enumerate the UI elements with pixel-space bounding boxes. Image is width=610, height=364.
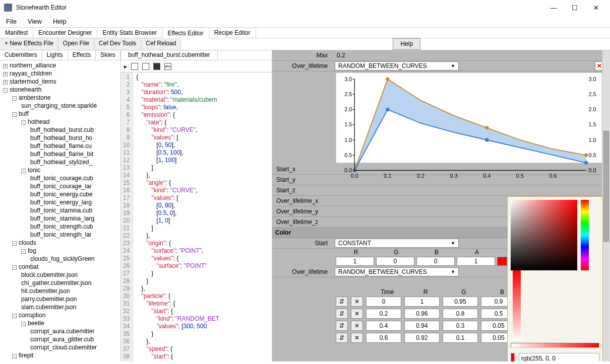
tree-item[interactable]: chi_gather.cubemitter.json <box>0 279 120 287</box>
menu-help[interactable]: Help <box>53 18 67 25</box>
start-x-label[interactable]: Start_x <box>272 166 295 173</box>
main-tab[interactable]: Effects Editor <box>162 28 209 38</box>
menu-view[interactable]: View <box>28 18 42 25</box>
color-bar[interactable] <box>511 343 599 348</box>
code-editor[interactable]: { "name": "fire", "duration": 500, "mate… <box>133 72 272 361</box>
minimize-button[interactable]: — <box>543 2 564 14</box>
move-icon[interactable]: ⇵ <box>336 321 348 331</box>
scrollbar-thumb[interactable] <box>603 131 609 242</box>
delete-icon[interactable]: ✕ <box>351 333 363 343</box>
tree-item[interactable]: buff_hothead_burst.cub <box>0 126 120 134</box>
over-lifetime2-label: Over_lifetime <box>272 268 333 275</box>
tree-item[interactable]: buff_tonic_stamina.cub <box>0 206 120 214</box>
tree-item[interactable]: -tonic <box>0 166 120 174</box>
move-icon[interactable]: ⇵ <box>336 333 348 343</box>
tree-item[interactable]: clouds_fog_sicklyGreen <box>0 255 120 263</box>
svg-point-34 <box>485 138 489 141</box>
color-picker[interactable]: cancel CHOOSE <box>507 196 603 361</box>
svg-text:1.5: 1.5 <box>344 121 352 127</box>
tree-item[interactable]: parry.cubemitter.json <box>0 295 120 303</box>
open-icon[interactable] <box>142 63 149 70</box>
sub-tab[interactable]: Lights <box>42 50 68 60</box>
tree-item[interactable]: buff_tonic_strength_lar <box>0 231 120 239</box>
maximize-button[interactable]: ☐ <box>565 2 585 14</box>
tree-item[interactable]: corrupt_aura_glitter.cub <box>0 335 120 343</box>
g-input[interactable] <box>376 257 414 266</box>
properties-panel[interactable]: Max0.2 Over_lifetime RANDOM_BETWEEN_CURV… <box>272 50 610 361</box>
file-tree[interactable]: +northern_alliance+rayyas_children+start… <box>0 60 120 361</box>
open-file-button[interactable]: Open File <box>58 38 94 50</box>
tree-item[interactable]: buff_tonic_courage.cub <box>0 174 120 182</box>
start-z-label[interactable]: Start_z <box>272 187 295 194</box>
curve-chart[interactable]: 0.00.00.50.51.01.01.51.52.02.02.52.53.03… <box>336 72 605 163</box>
tree-item[interactable]: corrupt_cloud.cubemitter <box>0 343 120 351</box>
collapse-icon[interactable]: ▸ <box>124 63 127 70</box>
ol-z-label[interactable]: Over_lifetime_z <box>272 219 318 226</box>
tree-item[interactable]: +northern_alliance <box>0 61 120 69</box>
tree-item[interactable]: buff_tonic_energy.cube <box>0 190 120 198</box>
cef-reload-button[interactable]: Cef Reload <box>141 38 181 50</box>
delete-icon[interactable]: ✕ <box>351 297 363 307</box>
tree-item[interactable]: buff_hothead_flame_bit <box>0 150 120 158</box>
tree-item[interactable]: buff_tonic_courage_lar <box>0 182 120 190</box>
tree-item[interactable]: hit.cubemitter.json <box>0 287 120 295</box>
tree-item[interactable]: -stonehearth <box>0 86 120 94</box>
tree-item[interactable]: slam.cubemitter.json <box>0 303 120 311</box>
tree-item[interactable]: -hothead <box>0 118 120 126</box>
menu-file[interactable]: File <box>6 18 17 25</box>
move-icon[interactable]: ⇵ <box>336 309 348 319</box>
hue-slider[interactable] <box>581 200 589 270</box>
alpha-slider[interactable] <box>513 270 521 341</box>
close-button[interactable]: ✕ <box>586 2 606 14</box>
tree-item[interactable]: buff_tonic_stamina_larg <box>0 214 120 223</box>
tree-item[interactable]: -fog <box>0 247 120 255</box>
sub-tab[interactable]: Skies <box>96 50 120 60</box>
tree-item[interactable]: -firepit <box>0 351 120 359</box>
ol-y-label[interactable]: Over_lifetime_y <box>272 208 318 215</box>
main-tab[interactable]: Entity Stats Browser <box>97 28 162 38</box>
b-input[interactable] <box>416 257 455 266</box>
tree-item[interactable]: buff_tonic_strength.cub <box>0 223 120 231</box>
right-scrollbar[interactable] <box>602 50 610 361</box>
sub-tab[interactable]: Cubemitters <box>0 50 42 60</box>
tree-item[interactable]: block.cubemitter.json <box>0 271 120 279</box>
tree-item[interactable]: +rayyas_children <box>0 69 120 78</box>
ol-x-label[interactable]: Over_lifetime_x <box>272 197 318 204</box>
main-tab[interactable]: Recipe Editor <box>209 28 256 38</box>
tree-item[interactable]: sun_charging_stone.sparkle <box>0 102 120 110</box>
tree-item[interactable]: -beetle <box>0 319 120 327</box>
color-gradient[interactable] <box>511 200 577 270</box>
tree-item[interactable]: +startermod_items <box>0 78 120 86</box>
new-effects-button[interactable]: + New Effects File <box>0 38 58 50</box>
over-lifetime-dropdown[interactable]: RANDOM_BETWEEN_CURVES▼ <box>335 61 459 70</box>
main-tab[interactable]: Manifest <box>0 28 33 38</box>
start-dropdown[interactable]: CONSTANT▼ <box>335 239 459 248</box>
save-icon[interactable] <box>153 63 160 70</box>
over-lifetime2-dropdown[interactable]: RANDOM_BETWEEN_CURVES▼ <box>335 267 459 276</box>
tree-item[interactable]: buff_hothead_stylized_ <box>0 158 120 166</box>
tree-item[interactable]: -combat <box>0 263 120 271</box>
delete-icon[interactable]: ✕ <box>351 321 363 331</box>
color-swatch[interactable] <box>497 257 507 266</box>
main-tab[interactable]: Encounter Designer <box>33 28 97 38</box>
tree-item[interactable]: -buff <box>0 110 120 118</box>
tree-item[interactable]: buff_hothead_flame.cu <box>0 142 120 150</box>
new-doc-icon[interactable] <box>131 63 138 70</box>
tree-item[interactable]: buff_hothead_burst_ho <box>0 134 120 142</box>
picker-value-input[interactable] <box>519 353 599 361</box>
start-y-label[interactable]: Start_y <box>272 176 295 183</box>
cef-devtools-button[interactable]: Cef Dev Tools <box>94 38 141 50</box>
tree-item[interactable]: -amberstone <box>0 94 120 102</box>
sub-tab[interactable]: Effects <box>68 50 96 60</box>
move-icon[interactable]: ⇵ <box>336 297 348 307</box>
help-button[interactable]: Help <box>393 38 420 50</box>
tree-item[interactable]: -corruption <box>0 311 120 319</box>
editor-tab[interactable]: buff_hothead_burst.cubemitter <box>121 50 218 60</box>
r-input[interactable] <box>336 257 374 266</box>
tree-item[interactable]: buff_tonic_energy_larg <box>0 198 120 206</box>
abc-icon[interactable]: abc <box>164 63 171 70</box>
tree-item[interactable]: -clouds <box>0 239 120 247</box>
delete-icon[interactable]: ✕ <box>351 309 363 319</box>
a-input[interactable] <box>457 257 495 266</box>
tree-item[interactable]: corrupt_aura.cubemitter <box>0 327 120 335</box>
